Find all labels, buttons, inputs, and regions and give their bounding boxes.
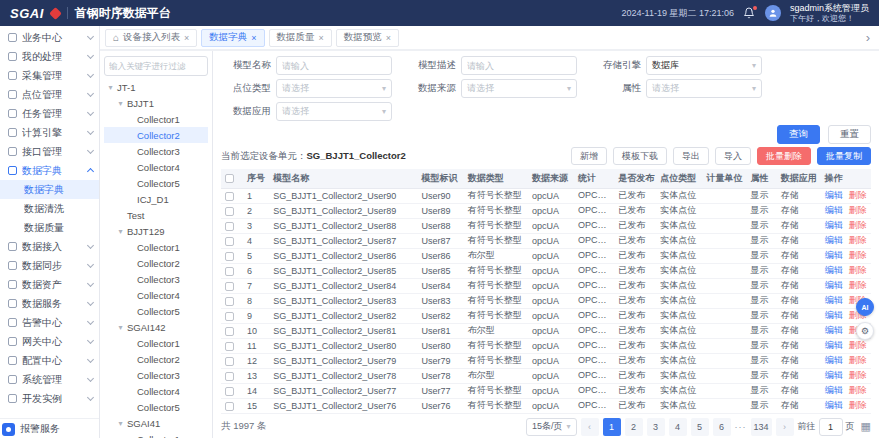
close-icon[interactable]: × xyxy=(386,33,391,43)
sidebar-item-gateway-center[interactable]: 网关中心 xyxy=(0,332,99,351)
edit-link[interactable]: 编辑 xyxy=(825,370,843,380)
edit-link[interactable]: 编辑 xyxy=(825,325,843,335)
page-button-134[interactable]: 134 xyxy=(751,418,772,436)
avatar[interactable] xyxy=(765,5,781,21)
sidebar-item-data-dict[interactable]: 数据字典 xyxy=(0,161,99,180)
sidebar-item-business-center[interactable]: 业务中心 xyxy=(0,28,99,47)
caret-down-icon[interactable]: ▾ xyxy=(116,419,125,428)
data-source-select[interactable]: 请选择▾ xyxy=(461,79,577,98)
sidebar-item-config-center[interactable]: 配置中心 xyxy=(0,351,99,370)
storage-engine-select[interactable]: 数据库▾ xyxy=(646,56,762,75)
delete-link[interactable]: 删除 xyxy=(849,235,867,245)
delete-link[interactable]: 删除 xyxy=(849,250,867,260)
bell-icon[interactable] xyxy=(743,7,756,20)
delete-link[interactable]: 删除 xyxy=(849,265,867,275)
close-icon[interactable]: × xyxy=(184,33,189,43)
row-checkbox[interactable] xyxy=(225,297,234,306)
tree-node-JT-1[interactable]: ▾JT-1 xyxy=(104,79,208,95)
page-button-4[interactable]: 4 xyxy=(669,418,687,436)
export-button[interactable]: 导出 xyxy=(673,147,709,165)
tree-node-Collector4[interactable]: Collector4 xyxy=(104,159,208,175)
sidebar-item-api-mgmt[interactable]: 接口管理 xyxy=(0,142,99,161)
data-app-select[interactable]: 请选择▾ xyxy=(276,102,392,121)
row-checkbox[interactable] xyxy=(225,192,234,201)
ai-assistant-button[interactable]: AI xyxy=(856,298,874,316)
tree-node-SGAI41[interactable]: ▾SGAI41 xyxy=(104,415,208,431)
sidebar-item-data-asset[interactable]: 数据资产 xyxy=(0,275,99,294)
tree-node-Collector3[interactable]: Collector3 xyxy=(104,271,208,287)
model-name-input[interactable] xyxy=(276,56,392,75)
sidebar-item-dev-instance[interactable]: 开发实例 xyxy=(0,389,99,408)
attribute-select[interactable]: 请选择▾ xyxy=(646,79,762,98)
import-button[interactable]: 导入 xyxy=(715,147,751,165)
delete-link[interactable]: 删除 xyxy=(849,220,867,230)
tree-node-Collector3[interactable]: Collector3 xyxy=(104,143,208,159)
tree-node-Collector2[interactable]: Collector2 xyxy=(104,351,208,367)
delete-link[interactable]: 删除 xyxy=(849,370,867,380)
row-checkbox[interactable] xyxy=(225,252,234,261)
page-size-select[interactable]: 15条/页▾ xyxy=(526,418,577,436)
tree-node-Collector5[interactable]: Collector5 xyxy=(104,175,208,191)
page-button-1[interactable]: 1 xyxy=(603,418,621,436)
caret-down-icon[interactable]: ▾ xyxy=(106,83,115,92)
row-checkbox[interactable] xyxy=(225,312,234,321)
row-checkbox[interactable] xyxy=(225,357,234,366)
select-all-checkbox[interactable] xyxy=(225,174,234,183)
search-button[interactable]: 查询 xyxy=(777,125,820,144)
tree-node-Collector2[interactable]: Collector2 xyxy=(104,127,208,143)
edit-link[interactable]: 编辑 xyxy=(825,235,843,245)
caret-down-icon[interactable]: ▾ xyxy=(116,99,125,108)
caret-down-icon[interactable]: ▾ xyxy=(116,323,125,332)
page-button-5[interactable]: 5 xyxy=(691,418,709,436)
row-checkbox[interactable] xyxy=(225,402,234,411)
delete-link[interactable]: 删除 xyxy=(849,400,867,410)
sidebar-item-data-service[interactable]: 数据服务 xyxy=(0,294,99,313)
edit-link[interactable]: 编辑 xyxy=(825,205,843,215)
tree-node-Collector4[interactable]: Collector4 xyxy=(104,383,208,399)
delete-link[interactable]: 删除 xyxy=(849,355,867,365)
tab-data-dict[interactable]: 数据字典× xyxy=(201,29,264,47)
row-checkbox[interactable] xyxy=(225,327,234,336)
tab-data-preview[interactable]: 数据预览× xyxy=(336,29,399,47)
sidebar-item-point-mgmt[interactable]: 点位管理 xyxy=(0,85,99,104)
sidebar-item-alarm-center[interactable]: 告警中心 xyxy=(0,313,99,332)
row-checkbox[interactable] xyxy=(225,387,234,396)
sidebar-item-my-tasks[interactable]: 我的处理 xyxy=(0,47,99,66)
edit-link[interactable]: 编辑 xyxy=(825,250,843,260)
edit-link[interactable]: 编辑 xyxy=(825,295,843,305)
delete-link[interactable]: 删除 xyxy=(849,340,867,350)
sidebar-item-data-clean[interactable]: 数据清洗 xyxy=(0,199,99,218)
sidebar-item-compute-engine[interactable]: 计算引擎 xyxy=(0,123,99,142)
tree-node-Collector1[interactable]: Collector1 xyxy=(104,431,208,438)
chevron-right-icon[interactable]: › xyxy=(863,30,873,45)
edit-link[interactable]: 编辑 xyxy=(825,190,843,200)
delete-link[interactable]: 删除 xyxy=(849,385,867,395)
page-button-3[interactable]: 3 xyxy=(647,418,665,436)
edit-link[interactable]: 编辑 xyxy=(825,310,843,320)
column-settings-icon[interactable]: ▦ xyxy=(861,420,871,433)
tree-node-Collector2[interactable]: Collector2 xyxy=(104,255,208,271)
row-checkbox[interactable] xyxy=(225,207,234,216)
close-icon[interactable]: × xyxy=(319,33,324,43)
sidebar-item-data-sync[interactable]: 数据同步 xyxy=(0,256,99,275)
add-button[interactable]: 新增 xyxy=(571,147,607,165)
row-checkbox[interactable] xyxy=(225,267,234,276)
edit-link[interactable]: 编辑 xyxy=(825,355,843,365)
edit-link[interactable]: 编辑 xyxy=(825,265,843,275)
sidebar-item-collection-mgmt[interactable]: 采集管理 xyxy=(0,66,99,85)
edit-link[interactable]: 编辑 xyxy=(825,400,843,410)
tree-node-Collector1[interactable]: Collector1 xyxy=(104,239,208,255)
edit-link[interactable]: 编辑 xyxy=(825,220,843,230)
caret-down-icon[interactable]: ▾ xyxy=(116,227,125,236)
page-button-2[interactable]: 2 xyxy=(625,418,643,436)
batch-copy-button[interactable]: 批量复制 xyxy=(817,147,871,165)
goto-page-input[interactable] xyxy=(819,418,843,436)
reset-button[interactable]: 重置 xyxy=(828,125,871,144)
sidebar-item-data-quality[interactable]: 数据质量 xyxy=(0,218,99,237)
tree-node-Collector5[interactable]: Collector5 xyxy=(104,303,208,319)
settings-float-button[interactable]: ⚙ xyxy=(856,322,874,340)
tree-search-input[interactable] xyxy=(104,56,208,76)
delete-link[interactable]: 删除 xyxy=(849,205,867,215)
point-type-select[interactable]: 请选择▾ xyxy=(276,79,392,98)
close-icon[interactable]: × xyxy=(251,33,256,43)
